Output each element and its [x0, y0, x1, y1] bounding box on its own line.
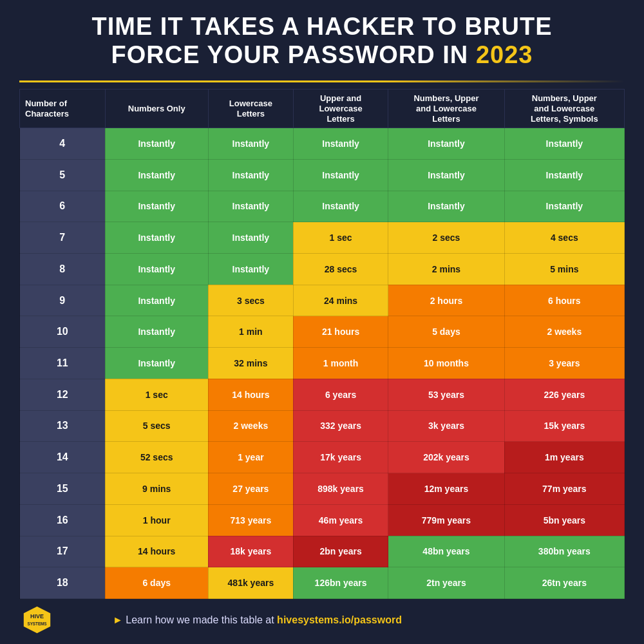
cell-value: 26tn years — [504, 567, 624, 599]
col-header-upper-lower: Upper andLowercaseLetters — [293, 90, 388, 128]
table-row: 161 hour713 years46m years779m years5bn … — [20, 504, 625, 536]
cell-value: 14 hours — [208, 379, 293, 410]
cell-value: Instantly — [105, 285, 208, 316]
cell-value: 1 month — [293, 348, 388, 379]
cell-value: 2 secs — [388, 222, 504, 254]
cell-value: 10 months — [388, 348, 504, 379]
cell-value: 2tn years — [388, 567, 504, 599]
cell-value: 6 hours — [504, 285, 624, 316]
table-header-row: Number ofCharacters Numbers Only Lowerca… — [20, 90, 625, 128]
footer-text: ► Learn how we made this table at hivesy… — [113, 614, 402, 626]
cell-value: 9 mins — [105, 473, 208, 505]
cell-value: 1 year — [208, 442, 293, 473]
cell-value: 21 hours — [293, 316, 388, 348]
cell-value: 18k years — [208, 536, 293, 567]
cell-chars: 4 — [20, 128, 106, 160]
cell-value: Instantly — [504, 191, 624, 222]
cell-value: Instantly — [105, 316, 208, 348]
cell-chars: 10 — [20, 316, 106, 348]
cell-value: 32 mins — [208, 348, 293, 379]
cell-value: 46m years — [293, 504, 388, 536]
cell-chars: 8 — [20, 254, 106, 285]
cell-chars: 14 — [20, 442, 106, 473]
table-row: 1714 hours18k years2bn years48bn years38… — [20, 536, 625, 567]
cell-value: Instantly — [105, 128, 208, 160]
table-row: 186 days481k years126bn years2tn years26… — [20, 567, 625, 599]
main-title: TIME IT TAKES A HACKER TO BRUTE FORCE YO… — [19, 13, 625, 69]
cell-value: 2 weeks — [504, 316, 624, 348]
svg-marker-0 — [24, 607, 50, 633]
cell-value: 226 years — [504, 379, 624, 410]
col-header-lowercase: LowercaseLetters — [208, 90, 293, 128]
cell-chars: 12 — [20, 379, 106, 410]
table-row: 1452 secs1 year17k years202k years1m yea… — [20, 442, 625, 473]
cell-value: 14 hours — [105, 536, 208, 567]
title-line2: FORCE YOUR PASSWORD IN 2023 — [19, 41, 625, 70]
cell-value: Instantly — [293, 191, 388, 222]
table-row: 121 sec14 hours6 years53 years226 years — [20, 379, 625, 410]
title-section: TIME IT TAKES A HACKER TO BRUTE FORCE YO… — [19, 13, 625, 69]
cell-value: 4 secs — [504, 222, 624, 254]
col-header-numbers-upper-lower: Numbers, Upperand LowercaseLetters — [388, 90, 504, 128]
cell-chars: 5 — [20, 159, 106, 191]
table-row: 159 mins27 years898k years12m years77m y… — [20, 473, 625, 505]
cell-value: 48bn years — [388, 536, 504, 567]
col-header-chars: Number ofCharacters — [20, 90, 106, 128]
table-row: 6InstantlyInstantlyInstantlyInstantlyIns… — [20, 191, 625, 222]
footer-url[interactable]: hivesystems.io/password — [277, 614, 402, 625]
table-row: 10Instantly1 min21 hours5 days2 weeks — [20, 316, 625, 348]
cell-chars: 15 — [20, 473, 106, 505]
cell-value: Instantly — [208, 254, 293, 285]
cell-value: 1 sec — [293, 222, 388, 254]
cell-value: Instantly — [388, 128, 504, 160]
cell-value: 1 hour — [105, 504, 208, 536]
table-row: 9Instantly3 secs24 mins2 hours6 hours — [20, 285, 625, 316]
cell-value: 6 years — [293, 379, 388, 410]
cell-value: 5 mins — [504, 254, 624, 285]
cell-value: Instantly — [504, 159, 624, 191]
cell-value: 3 secs — [208, 285, 293, 316]
col-header-numbers: Numbers Only — [105, 90, 208, 128]
cell-value: 898k years — [293, 473, 388, 505]
cell-value: Instantly — [504, 128, 624, 160]
cell-value: Instantly — [208, 128, 293, 160]
cell-value: 332 years — [293, 410, 388, 442]
cell-value: 481k years — [208, 567, 293, 599]
cell-value: Instantly — [105, 254, 208, 285]
cell-value: 28 secs — [293, 254, 388, 285]
cell-value: Instantly — [208, 222, 293, 254]
cell-value: 2 mins — [388, 254, 504, 285]
table-row: 8InstantlyInstantly28 secs2 mins5 mins — [20, 254, 625, 285]
cell-value: Instantly — [293, 128, 388, 160]
cell-value: 15k years — [504, 410, 624, 442]
cell-chars: 7 — [20, 222, 106, 254]
cell-value: Instantly — [208, 159, 293, 191]
cell-value: 6 days — [105, 567, 208, 599]
cell-value: 27 years — [208, 473, 293, 505]
cell-value: Instantly — [105, 191, 208, 222]
cell-value: 53 years — [388, 379, 504, 410]
cell-value: 17k years — [293, 442, 388, 473]
title-divider — [19, 80, 625, 82]
cell-chars: 6 — [20, 191, 106, 222]
table-row: 5InstantlyInstantlyInstantlyInstantlyIns… — [20, 159, 625, 191]
cell-value: Instantly — [105, 222, 208, 254]
cell-chars: 17 — [20, 536, 106, 567]
cell-value: 380bn years — [504, 536, 624, 567]
cell-value: 202k years — [388, 442, 504, 473]
cell-value: Instantly — [208, 191, 293, 222]
table-row: 4InstantlyInstantlyInstantlyInstantlyIns… — [20, 128, 625, 160]
cell-value: 12m years — [388, 473, 504, 505]
title-line1: TIME IT TAKES A HACKER TO BRUTE — [19, 13, 625, 41]
cell-value: 5 days — [388, 316, 504, 348]
cell-value: Instantly — [105, 348, 208, 379]
cell-chars: 16 — [20, 504, 106, 536]
cell-value: 779m years — [388, 504, 504, 536]
cell-value: 2 weeks — [208, 410, 293, 442]
cell-chars: 9 — [20, 285, 106, 316]
footer: HIVE SYSTEMS ► Learn how we made this ta… — [19, 599, 625, 634]
table-row: 7InstantlyInstantly1 sec2 secs4 secs — [20, 222, 625, 254]
cell-value: 5 secs — [105, 410, 208, 442]
main-container: TIME IT TAKES A HACKER TO BRUTE FORCE YO… — [0, 0, 644, 644]
hive-logo-icon: HIVE SYSTEMS — [23, 605, 52, 634]
